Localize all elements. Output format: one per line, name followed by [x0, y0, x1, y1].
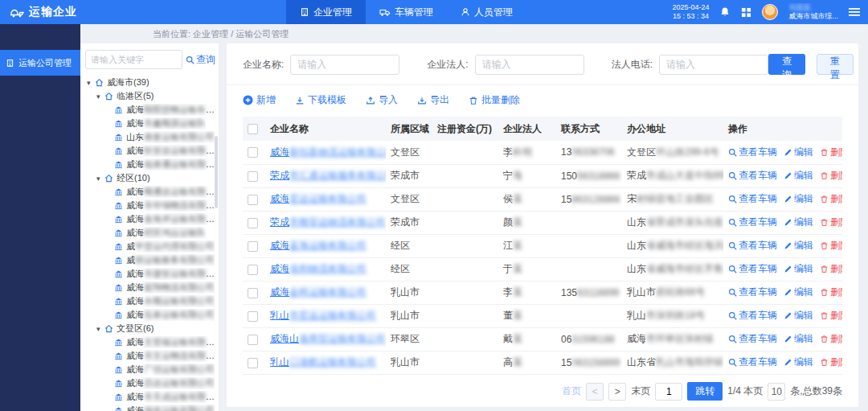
company-name-link[interactable]: 威海宏达运输有限公司	[270, 193, 366, 204]
view-vehicles-button[interactable]: 查看车辆	[728, 356, 777, 369]
row-checkbox[interactable]	[248, 265, 258, 275]
export-button[interactable]: 导出	[417, 93, 449, 107]
tree-item[interactable]: 威海市捷安运输有限公司	[85, 267, 215, 281]
tree-item[interactable]: 威联运输服务有限公司	[85, 253, 215, 267]
tree-search-button[interactable]: 查询	[186, 53, 215, 67]
expand-arrow-icon[interactable]: ▾	[96, 325, 104, 333]
delete-button[interactable]: 删除	[820, 262, 842, 276]
legal-phone-input[interactable]	[659, 55, 768, 75]
legal-person-input[interactable]	[475, 55, 584, 75]
view-vehicles-button[interactable]: 查看车辆	[728, 216, 777, 229]
view-vehicles-button[interactable]: 查看车辆	[728, 239, 777, 253]
bell-icon[interactable]	[719, 6, 731, 18]
company-name-link[interactable]: 乳山口港航运输有限公司	[270, 356, 376, 368]
sidebar-item-transport-company[interactable]: 运输公司管理	[0, 50, 80, 76]
company-name-link[interactable]: 威海山泰商贸运输有限公司	[270, 333, 386, 344]
expand-arrow-icon[interactable]: ▾	[96, 92, 104, 101]
jump-button[interactable]: 跳转	[687, 382, 723, 401]
first-page-link[interactable]: 首页	[562, 384, 581, 398]
company-name-link[interactable]: 威海佳和物流有限公司	[270, 263, 366, 274]
search-button[interactable]: 查询	[768, 54, 805, 75]
tab-vehicle[interactable]: 车辆管理	[366, 0, 447, 24]
tree-item[interactable]: 威海临港通运输有限公司	[85, 158, 215, 171]
expand-arrow-icon[interactable]: ▾	[87, 79, 95, 87]
company-name-link[interactable]: 威海新恒基物流运输有限公司	[270, 146, 386, 158]
edit-button[interactable]: 编辑	[784, 169, 813, 183]
select-all-checkbox[interactable]	[248, 124, 258, 134]
tree-item[interactable]: 威宇货运代理有限公司	[85, 240, 215, 253]
tree-item[interactable]: 威海顺通达运输有限公司	[85, 185, 215, 199]
tree-item[interactable]: 威海市文运物流有限公司	[85, 349, 215, 363]
tree-item[interactable]: 威海金海岸运输有限公司	[85, 212, 215, 226]
row-checkbox[interactable]	[248, 147, 258, 158]
tree-item[interactable]: 威海广信运输有限公司	[85, 363, 215, 376]
view-vehicles-button[interactable]: 查看车辆	[728, 332, 777, 346]
row-checkbox[interactable]	[248, 218, 258, 228]
tab-personnel[interactable]: 人员管理	[447, 0, 526, 24]
tree-item[interactable]: ▾ 临港区(5)	[85, 89, 215, 103]
tree-item[interactable]: ▾ 文登区(6)	[85, 322, 215, 335]
edit-button[interactable]: 编辑	[784, 286, 813, 299]
tree-item[interactable]: 山东港发运输有限公司	[85, 130, 215, 144]
view-vehicles-button[interactable]: 查看车辆	[728, 309, 777, 323]
tree-item[interactable]: 威海市鑫顺源运输队	[85, 117, 215, 130]
edit-button[interactable]: 编辑	[784, 146, 813, 159]
view-vehicles-button[interactable]: 查看车辆	[728, 192, 777, 206]
edit-button[interactable]: 编辑	[784, 216, 813, 229]
download-template-button[interactable]: 下载模板	[295, 93, 346, 107]
edit-button[interactable]: 编辑	[784, 309, 813, 323]
company-name-link[interactable]: 威海金晖运输有限公司	[270, 286, 366, 298]
row-checkbox[interactable]	[248, 171, 258, 182]
tree-item[interactable]: 威海颐阳货物运输有限公司	[85, 103, 215, 117]
row-checkbox[interactable]	[248, 288, 258, 298]
edit-button[interactable]: 编辑	[784, 262, 813, 276]
tree-item[interactable]: ▾ 经区(10)	[85, 171, 215, 185]
tree-search-input[interactable]	[85, 50, 182, 69]
row-checkbox[interactable]	[248, 311, 258, 322]
tree-item[interactable]: 威海市天成运输有限公司	[85, 390, 215, 404]
tab-enterprise[interactable]: 企业管理	[286, 0, 366, 24]
edit-button[interactable]: 编辑	[784, 356, 813, 369]
tree-item[interactable]: 威海泓泰运输有限公司	[85, 308, 215, 322]
row-checkbox[interactable]	[248, 241, 258, 252]
page-number-input[interactable]	[655, 383, 682, 401]
delete-button[interactable]: 删除	[820, 286, 842, 299]
view-vehicles-button[interactable]: 查看车辆	[728, 286, 777, 299]
prev-page-button[interactable]: <	[586, 383, 604, 401]
delete-button[interactable]: 删除	[820, 356, 842, 369]
company-name-link[interactable]: 荣成市顺安达物流有限公司	[270, 216, 386, 228]
tree-item[interactable]: ▾ 威海市(39)	[85, 76, 215, 89]
row-checkbox[interactable]	[248, 195, 258, 205]
tree-item[interactable]: 威海恒安达运输有限公司	[85, 144, 215, 158]
company-name-link[interactable]: 乳山市宏远运输有限公司	[270, 310, 376, 321]
edit-button[interactable]: 编辑	[784, 332, 813, 346]
expand-arrow-icon[interactable]: ▾	[96, 175, 104, 183]
tree-item[interactable]: 威海文登福运输有限公司	[85, 335, 215, 349]
delete-button[interactable]: 删除	[820, 239, 842, 253]
row-checkbox[interactable]	[248, 358, 258, 368]
view-vehicles-button[interactable]: 查看车辆	[728, 169, 777, 183]
tree-item[interactable]: 威海经区鸿运运输队	[85, 226, 215, 240]
edit-button[interactable]: 编辑	[784, 192, 813, 206]
delete-button[interactable]: 删除	[820, 169, 842, 183]
delete-button[interactable]: 删除	[820, 332, 842, 346]
tree-item[interactable]: 威海昌达运输有限公司	[85, 376, 215, 390]
delete-button[interactable]: 删除	[820, 216, 842, 229]
view-vehicles-button[interactable]: 查看车辆	[728, 146, 777, 159]
last-page-link[interactable]: 末页	[631, 384, 650, 398]
company-name-input[interactable]	[290, 55, 399, 75]
next-page-button[interactable]: >	[608, 383, 626, 401]
apps-grid-icon[interactable]	[741, 7, 751, 18]
tree-item[interactable]: 威海市华瑞物流有限公司	[85, 199, 215, 212]
tree-item[interactable]: 威海瑞丰运输有限公司	[85, 404, 215, 411]
avatar[interactable]	[762, 4, 778, 20]
company-name-link[interactable]: 荣成市汇通运输服务有限公司	[270, 170, 386, 181]
tree-item[interactable]: 威海永顺运输有限公司	[85, 294, 215, 308]
reset-button[interactable]: 重置	[817, 54, 854, 75]
delete-button[interactable]: 删除	[820, 192, 842, 206]
edit-button[interactable]: 编辑	[784, 239, 813, 253]
page-size-select[interactable]: 10	[768, 383, 785, 401]
import-button[interactable]: 导入	[366, 93, 398, 107]
batch-delete-button[interactable]: 批量删除	[469, 93, 520, 107]
user-info[interactable]: 马某某 威海市城市综...	[788, 3, 838, 21]
